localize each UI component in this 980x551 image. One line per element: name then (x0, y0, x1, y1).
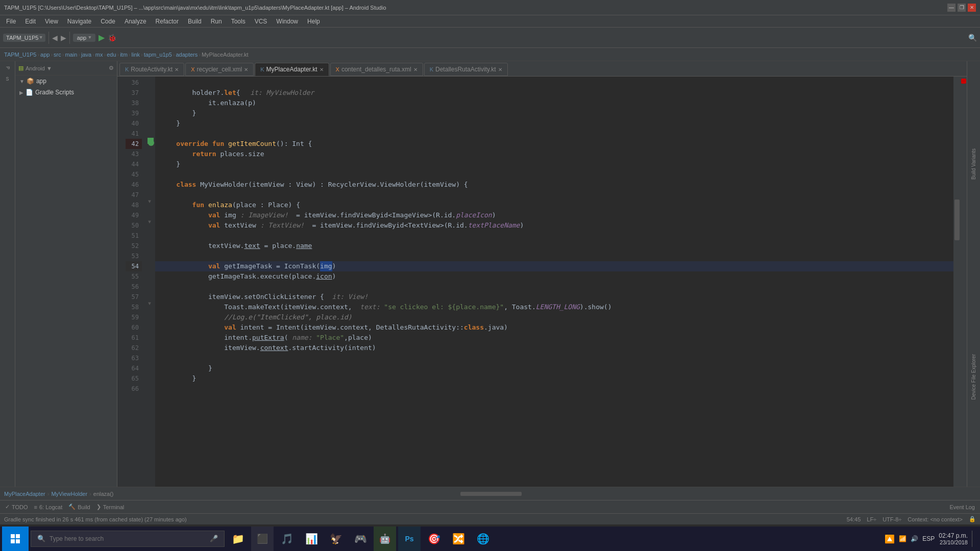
start-button[interactable] (2, 527, 29, 551)
run-config[interactable]: app ▼ (73, 34, 95, 42)
build-variants-panel[interactable]: Build Variants (971, 144, 976, 184)
crumb-main[interactable]: main (65, 52, 77, 58)
tab-terminal[interactable]: ❯ Terminal (93, 500, 128, 514)
crumb-tapm[interactable]: tapm_u1p5 (144, 52, 172, 58)
taskbar-photoshop[interactable]: Ps (398, 527, 421, 551)
tab-content-detalles[interactable]: X content_detalles_ruta.xml ✕ (330, 63, 423, 76)
line-53: 53 (126, 251, 142, 261)
microphone-icon[interactable]: 🎤 (210, 535, 218, 543)
code-editor[interactable]: 36 37 38 39 40 41 42 43 44 45 46 47 48 4… (117, 77, 967, 487)
menu-help[interactable]: Help (303, 17, 324, 26)
tab-event-log[interactable]: Event Log (946, 500, 978, 514)
editor-container: K RouteActivity.kt ✕ X recycler_cell.xml… (117, 61, 967, 487)
tab-recycler[interactable]: X recycler_cell.xml ✕ (185, 63, 254, 76)
crumb-mx[interactable]: mx (95, 52, 103, 58)
back-button[interactable]: ◀ (52, 34, 58, 42)
network-icon[interactable]: 📶 (899, 535, 906, 542)
tab-detalles-ruta[interactable]: K DetallesRutaActivity.kt ✕ (424, 63, 508, 76)
menu-window[interactable]: Window (272, 17, 302, 26)
fold-57[interactable]: ▼ (148, 301, 151, 307)
fold-46[interactable]: ▼ (148, 199, 151, 205)
footer-crumb-viewholder[interactable]: MyViewHolder (51, 491, 87, 497)
close-button[interactable]: ✕ (968, 4, 976, 12)
minimize-button[interactable]: — (947, 4, 955, 12)
crumb-link[interactable]: link (132, 52, 140, 58)
tab-routeactivity[interactable]: K RouteActivity.kt ✕ (119, 63, 184, 76)
crumb-java[interactable]: java (81, 52, 91, 58)
crumb-itm[interactable]: itm (120, 52, 128, 58)
tab-todo[interactable]: ✓ TODO (2, 500, 31, 514)
run-button[interactable]: ▶ (99, 33, 105, 42)
line-numbers: 36 37 38 39 40 41 42 43 44 45 46 47 48 4… (126, 77, 146, 487)
device-file-explorer[interactable]: Device File Explorer (971, 350, 976, 404)
vertical-scrollbar[interactable] (953, 77, 961, 487)
project-panel: ▤ Android ▼ ⚙ ▼ 📦 app ▶ 📄 Gradle Scripts (15, 61, 117, 487)
tab-myplaceadapter[interactable]: K MyPlaceAdapter.kt ✕ (255, 63, 329, 76)
close-tab-content[interactable]: ✕ (413, 67, 418, 72)
encoding[interactable]: UTF-8÷ (883, 516, 901, 522)
taskbar-git[interactable]: 🔀 (447, 527, 470, 551)
crumb-project[interactable]: TAPM_U1P5 (4, 52, 36, 58)
notification-icon[interactable]: 🔼 (885, 534, 895, 544)
logcat-label: 6: Logcat (39, 504, 62, 510)
tree-item-gradle[interactable]: ▶ 📄 Gradle Scripts (15, 87, 117, 98)
search-bar[interactable]: 🔍 🎤 (31, 531, 225, 547)
line-separator[interactable]: LF÷ (867, 516, 876, 522)
menu-code[interactable]: Code (96, 17, 119, 26)
close-tab-recycler[interactable]: ✕ (244, 67, 248, 72)
close-tab-myplace[interactable]: ✕ (320, 67, 324, 72)
close-tab-route[interactable]: ✕ (175, 67, 179, 72)
volume-icon[interactable]: 🔊 (911, 535, 918, 542)
forward-button[interactable]: ▶ (61, 34, 66, 42)
code-line-42: override fun getItemCount(): Int { (155, 139, 953, 149)
taskbar-game[interactable]: 🎮 (349, 527, 372, 551)
menu-refactor[interactable]: Refactor (152, 17, 183, 26)
menu-run[interactable]: Run (207, 17, 226, 26)
taskbar-cmd[interactable]: ⬛ (251, 527, 274, 551)
todo-icon: ✓ (5, 504, 10, 510)
taskbar-spotify[interactable]: 🎵 (276, 527, 298, 551)
horizontal-scrollbar[interactable] (120, 492, 972, 496)
search-everywhere[interactable]: 🔍 (968, 34, 977, 42)
activity-structure[interactable]: S (4, 74, 11, 84)
close-tab-detalles[interactable]: ✕ (498, 67, 502, 72)
restore-button[interactable]: ❐ (958, 4, 966, 12)
search-input[interactable] (50, 535, 206, 542)
taskbar-app2[interactable]: 🦅 (325, 527, 347, 551)
clock[interactable]: 02:47 p.m. 23/10/2018 (939, 532, 968, 545)
menu-file[interactable]: File (2, 17, 20, 26)
panel-settings[interactable]: ⚙ (109, 65, 114, 71)
taskbar: 🔍 🎤 📁 ⬛ 🎵 📊 🦅 🎮 🤖 Ps 🎯 🔀 🌐 🔼 📶 🔊 ESP 02:… (0, 527, 980, 551)
project-selector[interactable]: TAPM_U1P5 ▼ (3, 34, 45, 42)
menu-vcs[interactable]: VCS (251, 17, 272, 26)
taskbar-app3[interactable]: 🎯 (423, 527, 445, 551)
show-desktop[interactable] (972, 531, 974, 547)
scrollbar-thumb[interactable] (954, 199, 960, 240)
h-scrollbar-thumb[interactable] (460, 492, 522, 496)
footer-crumb-adapter[interactable]: MyPlaceAdapter (4, 491, 45, 497)
menu-view[interactable]: View (41, 17, 62, 26)
taskbar-app1[interactable]: 📊 (300, 527, 323, 551)
expand-arrow: ▼ (19, 79, 24, 84)
tab-build[interactable]: 🔨 Build (65, 500, 93, 514)
menu-navigate[interactable]: Navigate (63, 17, 95, 26)
tab-logcat[interactable]: ≡ 6: Logcat (31, 500, 66, 514)
code-line-62: itemView.context.startActivity(intent) (155, 343, 953, 353)
activity-project[interactable]: P (3, 64, 12, 71)
line-40: 40 (126, 118, 142, 129)
menu-build[interactable]: Build (184, 17, 206, 26)
menu-analyze[interactable]: Analyze (120, 17, 151, 26)
fold-48[interactable]: ▼ (148, 219, 151, 225)
taskbar-chrome[interactable]: 🌐 (472, 527, 494, 551)
crumb-edu[interactable]: edu (107, 52, 116, 58)
taskbar-file-explorer[interactable]: 📁 (227, 527, 249, 551)
debug-button[interactable]: 🐞 (108, 34, 116, 42)
crumb-src[interactable]: src (54, 52, 61, 58)
crumb-adapters[interactable]: adapters (176, 52, 198, 58)
menu-tools[interactable]: Tools (227, 17, 250, 26)
crumb-app[interactable]: app (40, 52, 50, 58)
tree-item-app[interactable]: ▼ 📦 app (15, 76, 117, 87)
code-content[interactable]: holder?.let{ it: MyViewHolder it.enlaza(… (155, 77, 953, 487)
taskbar-android-studio[interactable]: 🤖 (374, 527, 396, 551)
menu-edit[interactable]: Edit (21, 17, 40, 26)
